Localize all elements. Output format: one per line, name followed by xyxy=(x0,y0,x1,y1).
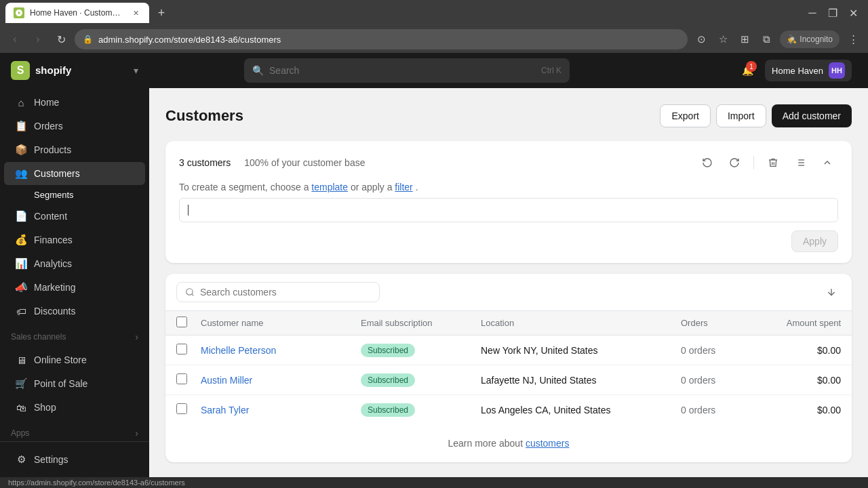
marketing-label: Marketing xyxy=(34,282,75,293)
delete-segment-button[interactable] xyxy=(762,152,784,174)
sidebar-item-discounts[interactable]: 🏷 Discounts xyxy=(4,300,145,323)
browser-tab[interactable]: Home Haven · Customers · Sho... ✕ xyxy=(5,3,149,23)
forward-button[interactable]: › xyxy=(28,30,47,49)
split-screen-icon[interactable]: ⧉ xyxy=(757,30,776,49)
sidebar-item-online-store[interactable]: 🖥 Online Store xyxy=(4,348,145,371)
search-icon: 🔍 xyxy=(252,65,264,76)
table-header: Customer name Email subscription Locatio… xyxy=(165,311,852,336)
incognito-button[interactable]: 🕵 Incognito xyxy=(780,30,840,48)
sidebar-item-orders[interactable]: 📋 Orders xyxy=(4,115,145,138)
sidebar-bottom: ⚙ Settings xyxy=(0,441,149,477)
cast-icon[interactable]: ⊙ xyxy=(692,30,711,49)
maximize-button[interactable]: ❐ xyxy=(823,3,842,22)
sales-channels-expand-icon[interactable]: › xyxy=(135,331,138,342)
sort-button[interactable] xyxy=(822,283,841,302)
collapse-button[interactable] xyxy=(816,152,838,174)
home-icon: ⌂ xyxy=(15,96,27,108)
learn-more-section: Learn more about customers xyxy=(165,424,852,462)
analytics-label: Analytics xyxy=(34,258,72,269)
row-checkbox-0[interactable] xyxy=(176,344,187,354)
segment-base: 100% of your customer base xyxy=(244,157,365,168)
apps-expand-icon[interactable]: › xyxy=(135,428,138,439)
back-button[interactable]: ‹ xyxy=(5,30,24,49)
notification-badge: 1 xyxy=(746,61,757,72)
segment-header: 3 customers 100% of your customer base xyxy=(179,152,838,174)
customer-name-link-2[interactable]: Sarah Tyler xyxy=(201,405,249,415)
redo-button[interactable] xyxy=(724,152,745,174)
orders-icon: 📋 xyxy=(15,120,27,132)
store-badge[interactable]: Home Haven HH xyxy=(765,60,852,81)
table-row: Austin Miller Subscribed Lafayette NJ, U… xyxy=(165,365,852,395)
new-tab-button[interactable]: + xyxy=(152,3,171,22)
search-input[interactable] xyxy=(269,65,536,76)
address-bar[interactable]: 🔒 admin.shopify.com/store/de8143-a6/cust… xyxy=(75,29,688,49)
customer-name-link-1[interactable]: Austin Miller xyxy=(201,375,252,386)
apply-button[interactable]: Apply xyxy=(791,230,838,252)
col-header-location: Location xyxy=(481,318,681,328)
discounts-label: Discounts xyxy=(34,306,75,317)
row-checkbox-col xyxy=(176,344,201,357)
sidebar-item-finances[interactable]: 💰 Finances xyxy=(4,228,145,251)
svg-point-6 xyxy=(186,289,193,295)
table-row: Sarah Tyler Subscribed Los Angeles CA, U… xyxy=(165,395,852,424)
table-body: Michelle Peterson Subscribed New York NY… xyxy=(165,336,852,424)
hint-prefix: To create a segment, choose a xyxy=(179,182,311,192)
sidebar-item-marketing[interactable]: 📣 Marketing xyxy=(4,276,145,299)
minimize-button[interactable]: ─ xyxy=(803,3,822,22)
row-amount-0: $0.00 xyxy=(761,345,841,356)
close-window-button[interactable]: ✕ xyxy=(844,3,863,22)
segments-label: Segments xyxy=(34,190,74,200)
learn-more-prefix: Learn more about xyxy=(448,438,526,449)
products-label: Products xyxy=(34,144,71,155)
filter-button[interactable] xyxy=(789,152,811,174)
sidebar-item-customers[interactable]: 👥 Customers xyxy=(4,162,145,185)
customers-link[interactable]: customers xyxy=(526,438,570,449)
import-button[interactable]: Import xyxy=(716,104,766,127)
sidebar-item-pos[interactable]: 🛒 Point of Sale xyxy=(4,372,145,395)
toolbar-icons: ⊙ ☆ ⊞ ⧉ xyxy=(692,30,776,49)
filter-link[interactable]: filter xyxy=(395,182,412,192)
apps-header: Apps › xyxy=(0,422,149,441)
products-icon: 📦 xyxy=(15,144,27,156)
shopify-logo[interactable]: S shopify xyxy=(11,61,71,80)
sidebar-item-settings[interactable]: ⚙ Settings xyxy=(4,448,145,471)
sidebar-item-home[interactable]: ⌂ Home xyxy=(4,91,145,114)
col-header-name: Customer name xyxy=(201,318,361,328)
row-checkbox-2[interactable] xyxy=(176,403,187,414)
finances-label: Finances xyxy=(34,235,73,245)
search-bar[interactable]: 🔍 Ctrl K xyxy=(244,58,570,83)
app-topbar: 🔍 Ctrl K 🔔 1 Home Haven HH xyxy=(149,53,868,88)
sidebar-item-products[interactable]: 📦 Products xyxy=(4,138,145,161)
sidebar-item-shop[interactable]: 🛍 Shop xyxy=(4,396,145,419)
undo-button[interactable] xyxy=(696,152,718,174)
pos-icon: 🛒 xyxy=(15,378,27,390)
menu-button[interactable]: ⋮ xyxy=(844,30,863,49)
search-customers-input[interactable] xyxy=(200,287,371,298)
template-link[interactable]: template xyxy=(311,182,348,192)
row-checkbox-1[interactable] xyxy=(176,373,187,384)
sales-channels-header: Sales channels › xyxy=(0,326,149,345)
divider xyxy=(753,156,754,169)
sidebar-item-segments[interactable]: Segments xyxy=(4,186,145,204)
tab-close-button[interactable]: ✕ xyxy=(130,7,141,18)
row-orders-2: 0 orders xyxy=(681,405,761,415)
search-customers-bar[interactable] xyxy=(176,282,380,302)
extensions-icon[interactable]: ⊞ xyxy=(735,30,754,49)
select-all-checkbox[interactable] xyxy=(176,317,187,327)
segment-input[interactable] xyxy=(179,198,838,222)
svg-line-7 xyxy=(192,294,194,296)
sidebar-item-content[interactable]: 📄 Content xyxy=(4,205,145,228)
url-input[interactable]: admin.shopify.com/store/de8143-a6/custom… xyxy=(98,35,679,45)
store-selector[interactable]: ▾ xyxy=(134,65,138,76)
table-toolbar xyxy=(165,274,852,311)
sidebar-item-analytics[interactable]: 📊 Analytics xyxy=(4,252,145,275)
customer-name-link-0[interactable]: Michelle Peterson xyxy=(201,345,276,356)
notifications-button[interactable]: 🔔 1 xyxy=(735,58,760,83)
export-button[interactable]: Export xyxy=(660,104,710,127)
add-customer-button[interactable]: Add customer xyxy=(772,104,852,127)
reload-button[interactable]: ↻ xyxy=(52,30,71,49)
customers-icon: 👥 xyxy=(15,167,27,180)
settings-label: Settings xyxy=(34,454,68,465)
bookmark-icon[interactable]: ☆ xyxy=(713,30,732,49)
subscribed-badge-2: Subscribed xyxy=(361,403,415,417)
